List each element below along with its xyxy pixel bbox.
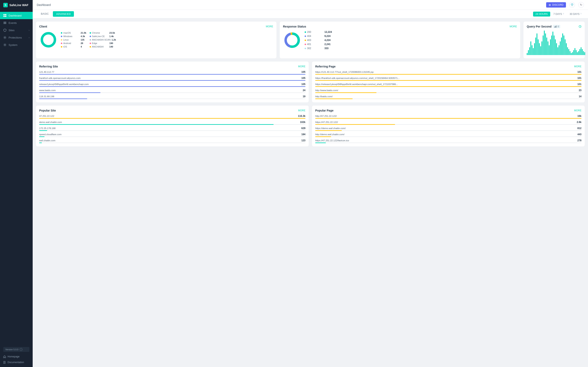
qps-chart bbox=[527, 31, 581, 55]
qps-title: Query Per Second bbox=[527, 25, 552, 28]
bar-item-value: 629 bbox=[301, 127, 305, 130]
macos-value: 21.0k bbox=[81, 32, 86, 34]
bar-item-label: demo.waf.chaitin.com bbox=[39, 121, 62, 123]
resp-401-value: 2,241 bbox=[324, 43, 330, 46]
resp-403-dot bbox=[305, 40, 306, 41]
qps-bar bbox=[566, 43, 567, 55]
bar-item-value: 105 bbox=[301, 71, 305, 73]
sidebar-item-system[interactable]: System bbox=[0, 41, 33, 49]
bar-item-header: 121.40.112.77 105 bbox=[39, 71, 305, 73]
bar-item-value: 101 bbox=[577, 71, 581, 73]
bar-item-value: 443 bbox=[577, 133, 581, 136]
qps-bar bbox=[534, 43, 535, 55]
tab-advanced[interactable]: ADVANCED bbox=[53, 11, 74, 17]
anchashi-label: ANCHASHI bbox=[92, 45, 108, 48]
list-item: demo.waf.chaitin.com 102k bbox=[39, 121, 305, 125]
refresh-button[interactable]: ↻ bbox=[578, 2, 584, 8]
response-legend: 200 12,224 404 9,224 4 bbox=[305, 31, 332, 50]
popular-site-title: Popular Site bbox=[39, 109, 56, 112]
time-30d[interactable]: 30 DAYS ? bbox=[567, 12, 584, 17]
macos-dot bbox=[61, 32, 62, 34]
chrome-value: 23.5k bbox=[109, 32, 115, 34]
sidebar-item-events[interactable]: Events bbox=[0, 19, 33, 26]
popular-page-more[interactable]: MORE bbox=[574, 109, 581, 112]
bar-fill bbox=[315, 130, 342, 131]
svg-rect-28 bbox=[555, 26, 556, 28]
svg-rect-29 bbox=[556, 26, 557, 28]
7d-info-icon: ? bbox=[563, 13, 564, 15]
bar-track bbox=[315, 118, 581, 119]
popular-site-more[interactable]: MORE bbox=[298, 109, 305, 112]
response-card-header: Response Status MORE bbox=[283, 25, 517, 28]
anchashi-value: 140 bbox=[109, 45, 113, 48]
response-more-button[interactable]: MORE bbox=[510, 25, 517, 28]
legend-anchashi: ANCHASHI 140 bbox=[90, 45, 116, 48]
resp-302: 302 333 bbox=[305, 47, 332, 50]
bar-item-header: 172.25.178.168 629 bbox=[39, 127, 305, 130]
qps-bar bbox=[577, 52, 578, 55]
bar-track bbox=[39, 124, 305, 125]
tab-basic[interactable]: BASIC bbox=[37, 10, 53, 18]
qps-bar bbox=[551, 35, 552, 55]
time-7d[interactable]: 7 DAYS ? bbox=[551, 12, 566, 17]
bar-track bbox=[39, 92, 305, 93]
bar-item-header: demo.waf.chaitin.com 102k bbox=[39, 121, 305, 124]
qps-bar bbox=[576, 50, 577, 55]
bar-item-label: frankfurt-sdk.openaccount.aliyuncs.com bbox=[39, 77, 81, 79]
svg-point-7 bbox=[4, 37, 6, 38]
referring-site-more[interactable]: MORE bbox=[298, 65, 305, 68]
qps-bar bbox=[568, 49, 569, 55]
qps-bar bbox=[543, 35, 544, 55]
sidebar-item-protections-label: Protections bbox=[9, 36, 22, 39]
bar-track bbox=[315, 99, 581, 99]
bar-fill bbox=[39, 124, 274, 125]
qps-bar bbox=[567, 47, 568, 55]
resp-302-dot bbox=[305, 48, 306, 49]
referring-page-more[interactable]: MORE bbox=[574, 65, 581, 68]
homepage-link[interactable]: Homepage bbox=[3, 354, 29, 359]
bar-item-label: www.baidu.com bbox=[39, 89, 56, 92]
documentation-link[interactable]: Documentation bbox=[3, 360, 29, 365]
sidebar-item-sites-label: Sites bbox=[9, 29, 15, 32]
bar-item-header: https://frankfurt-sdk.openaccount.aliyun… bbox=[315, 77, 581, 80]
discord-button[interactable]: ⊕ DISCORD bbox=[546, 2, 566, 8]
edge-dot bbox=[90, 43, 91, 44]
bar-item-label: speed.cloudflare.com bbox=[39, 133, 61, 136]
svg-point-8 bbox=[4, 44, 6, 45]
bar-item-label: 172.25.178.168 bbox=[39, 127, 56, 129]
time-24h[interactable]: 24 HOURS bbox=[533, 12, 550, 17]
sidebar-item-dashboard[interactable]: Dashboard bbox=[0, 12, 33, 19]
list-item: https://47.251.22.122/ 2.6k bbox=[315, 121, 581, 125]
android-label: Android bbox=[63, 42, 80, 44]
list-item: release1ykoxjrt5l8hppd9xh6.workbenchapi.… bbox=[39, 83, 305, 87]
android-dot bbox=[61, 43, 62, 44]
bar-fill bbox=[39, 142, 42, 143]
sidebar-item-protections[interactable]: Protections › bbox=[0, 34, 33, 41]
qps-bar bbox=[549, 45, 550, 55]
response-donut-section: 200 12,224 404 9,224 4 bbox=[283, 31, 517, 50]
bar-fill bbox=[315, 99, 353, 99]
info-icon: i bbox=[20, 348, 22, 351]
resp-403: 403 4,224 bbox=[305, 39, 332, 42]
legend-edge: Edge 190 bbox=[90, 42, 116, 44]
popular-site-list: 47.251.22.122 116.3k demo.waf.chaitin.co… bbox=[39, 115, 305, 143]
sidebar-bottom: Version 5.0.0 i Homepage Documentation bbox=[0, 345, 33, 367]
legend-ios: iOS 4 bbox=[61, 45, 86, 48]
bar-item-label: release1ykoxjrt5l8hppd9xh6.workbenchapi.… bbox=[39, 83, 89, 85]
bar-item-value: 101 bbox=[577, 77, 581, 80]
resp-200-value: 12,224 bbox=[324, 31, 332, 33]
client-card: Client MORE bbox=[36, 22, 277, 58]
history-icon[interactable] bbox=[579, 25, 581, 28]
client-more-button[interactable]: MORE bbox=[266, 25, 273, 28]
bar-item-header: https://release1ykoxjrt5l8hppd9xh6.workb… bbox=[315, 83, 581, 86]
bar-item-value: 812 bbox=[577, 127, 581, 130]
client-card-title: Client bbox=[39, 25, 47, 28]
client-legend-col2: Chrome 23.5k SafeLine-CE 1.4k bbox=[90, 32, 116, 48]
discord-icon: ⊕ bbox=[549, 3, 551, 7]
shirt-button[interactable]: 👕 bbox=[569, 2, 575, 8]
settings-icon bbox=[3, 36, 7, 39]
bar-item-label: https://47.251.22.122/ bbox=[315, 121, 338, 123]
legend-windows: Windows 4.3k bbox=[61, 35, 86, 38]
bar-track bbox=[315, 142, 581, 143]
sidebar-item-sites[interactable]: Sites › bbox=[0, 26, 33, 34]
